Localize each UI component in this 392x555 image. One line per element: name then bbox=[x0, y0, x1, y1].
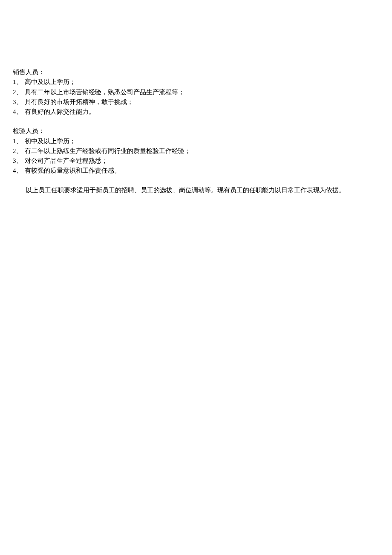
list-item: 4、 有较强的质量意识和工作责任感。 bbox=[13, 166, 379, 176]
section-inspection: 检验人员： 1、 初中及以上学历； 2、 有二年以上熟练生产经验或有同行业的质量… bbox=[13, 126, 379, 176]
item-number: 2、 bbox=[13, 146, 23, 156]
list-item: 4、 有良好的人际交往能力。 bbox=[13, 107, 379, 117]
item-text: 具有二年以上市场营销经验，熟悉公司产品生产流程等； bbox=[25, 87, 184, 97]
item-text: 有二年以上熟练生产经验或有同行业的质量检验工作经验； bbox=[25, 146, 191, 156]
list-item: 1、 初中及以上学历； bbox=[13, 136, 379, 146]
item-number: 1、 bbox=[13, 77, 23, 87]
section-title-sales: 销售人员： bbox=[13, 67, 379, 77]
item-number: 3、 bbox=[13, 97, 23, 107]
item-text: 有良好的人际交往能力。 bbox=[25, 107, 95, 117]
item-text: 高中及以上学历； bbox=[25, 77, 76, 87]
list-item: 1、 高中及以上学历； bbox=[13, 77, 379, 87]
item-text: 对公司产品生产全过程熟悉； bbox=[25, 156, 108, 166]
item-text: 有较强的质量意识和工作责任感。 bbox=[25, 166, 121, 176]
list-item: 3、 对公司产品生产全过程熟悉； bbox=[13, 156, 379, 166]
section-title-inspection: 检验人员： bbox=[13, 126, 379, 136]
item-number: 2、 bbox=[13, 87, 23, 97]
list-item: 2、 有二年以上熟练生产经验或有同行业的质量检验工作经验； bbox=[13, 146, 379, 156]
list-item: 2、 具有二年以上市场营销经验，熟悉公司产品生产流程等； bbox=[13, 87, 379, 97]
list-item: 3、 具有良好的市场开拓精神，敢于挑战； bbox=[13, 97, 379, 107]
item-number: 4、 bbox=[13, 166, 23, 176]
item-text: 初中及以上学历； bbox=[25, 136, 76, 146]
item-text: 具有良好的市场开拓精神，敢于挑战； bbox=[25, 97, 133, 107]
item-number: 1、 bbox=[13, 136, 23, 146]
item-number: 4、 bbox=[13, 107, 23, 117]
summary-paragraph: 以上员工任职要求适用于新员工的招聘、员工的选拔、岗位调动等。现有员工的任职能力以… bbox=[13, 185, 379, 195]
item-number: 3、 bbox=[13, 156, 23, 166]
section-sales: 销售人员： 1、 高中及以上学历； 2、 具有二年以上市场营销经验，熟悉公司产品… bbox=[13, 67, 379, 117]
